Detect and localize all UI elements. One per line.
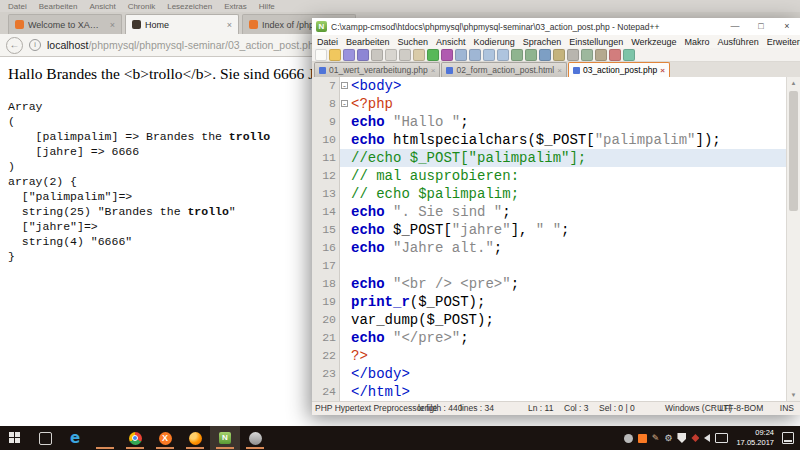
vertical-scrollbar[interactable]: ▲ ▼ xyxy=(786,77,800,401)
browser-menu-datei[interactable]: Datei xyxy=(8,2,27,11)
code-text[interactable]: echo "Jahre alt."; xyxy=(349,239,800,257)
browser-menu-hilfe[interactable]: Hilfe xyxy=(259,2,275,11)
copy-icon[interactable] xyxy=(399,49,411,61)
code-editor[interactable]: 7-<body>8-<?php9echo "Hallo ";10echo htm… xyxy=(312,77,800,401)
new-file-icon[interactable] xyxy=(315,49,327,61)
fold-marker-icon[interactable]: - xyxy=(341,82,348,89)
code-text[interactable]: echo "</pre>"; xyxy=(349,329,800,347)
npp-menu-einstellungen[interactable]: Einstellungen xyxy=(569,37,623,47)
find-icon[interactable] xyxy=(455,49,467,61)
sync-v-icon[interactable] xyxy=(511,49,523,61)
record-macro-icon[interactable] xyxy=(609,49,621,61)
defender-tray-icon[interactable] xyxy=(677,433,686,443)
browser-menu-lesezeichen[interactable]: Lesezeichen xyxy=(167,2,212,11)
npp-menu-werkzeuge[interactable]: Werkzeuge xyxy=(631,37,676,47)
code-text[interactable]: ?> xyxy=(349,347,800,365)
chrome-icon[interactable] xyxy=(120,426,150,450)
code-text[interactable]: <body> xyxy=(349,77,800,95)
print-icon[interactable] xyxy=(371,49,383,61)
sync-h-icon[interactable] xyxy=(525,49,537,61)
editor-tab[interactable]: 02_form_action_post.html× xyxy=(441,62,566,77)
code-text[interactable]: </body> xyxy=(349,365,800,383)
npp-menu-makro[interactable]: Makro xyxy=(685,37,710,47)
code-text[interactable] xyxy=(349,257,800,275)
save-icon[interactable] xyxy=(343,49,355,61)
browser-menu-chronik[interactable]: Chronik xyxy=(128,2,156,11)
npp-menu-ausfhren[interactable]: Ausführen xyxy=(718,37,759,47)
tab-close-icon[interactable]: × xyxy=(227,20,232,30)
browser-tab[interactable]: Home× xyxy=(125,14,239,34)
play-macro-icon[interactable] xyxy=(623,49,635,61)
scroll-up-icon[interactable]: ▲ xyxy=(787,77,800,89)
editor-tab-close-icon[interactable]: × xyxy=(557,66,562,75)
code-text[interactable]: var_dump($_POST); xyxy=(349,311,800,329)
teamviewer-icon[interactable] xyxy=(240,426,270,450)
code-text[interactable]: print_r($_POST); xyxy=(349,293,800,311)
npp-menu-kodierung[interactable]: Kodierung xyxy=(474,37,515,47)
file-explorer-icon[interactable] xyxy=(90,426,120,450)
word-wrap-icon[interactable] xyxy=(539,49,551,61)
pen-tray-icon[interactable]: ✎ xyxy=(652,434,660,443)
editor-tab-close-icon[interactable]: × xyxy=(431,66,436,75)
editor-tab[interactable]: 01_wert_verarbeitung.php× xyxy=(314,62,440,77)
page-info-icon[interactable]: i xyxy=(29,39,41,51)
undo-icon[interactable] xyxy=(427,49,439,61)
tray-app-icon[interactable] xyxy=(624,434,633,443)
close-button[interactable]: × xyxy=(774,18,800,35)
open-folder-icon[interactable] xyxy=(329,49,341,61)
doc-map-icon[interactable] xyxy=(595,49,607,61)
editor-tab[interactable]: 03_action_post.php× xyxy=(568,62,670,77)
cut-icon[interactable] xyxy=(385,49,397,61)
function-list-icon[interactable] xyxy=(581,49,593,61)
xampp-tray-icon[interactable] xyxy=(638,434,647,443)
code-text[interactable]: </html> xyxy=(349,383,800,401)
network-icon[interactable] xyxy=(715,433,728,443)
npp-menu-erweiterungen[interactable]: Erweiterungen xyxy=(767,37,800,47)
taskbar-clock[interactable]: 09:24 17.05.2017 xyxy=(733,428,777,448)
browser-menu-ansicht[interactable]: Ansicht xyxy=(89,2,115,11)
code-text[interactable]: echo ". Sie sind "; xyxy=(349,203,800,221)
paste-icon[interactable] xyxy=(413,49,425,61)
redo-icon[interactable] xyxy=(441,49,453,61)
volume-icon[interactable] xyxy=(704,434,710,442)
npp-menu-sprachen[interactable]: Sprachen xyxy=(523,37,562,47)
code-text[interactable]: // echo $palimpalim; xyxy=(349,185,800,203)
code-text[interactable]: echo htmlspecialchars($_POST["palimpalim… xyxy=(349,131,800,149)
code-text[interactable]: echo "<br /> <pre>"; xyxy=(349,275,800,293)
fold-marker-icon[interactable]: - xyxy=(341,100,348,107)
url-bar[interactable]: localhost/phpmysql/phpmysql-seminar/03_a… xyxy=(47,39,320,51)
code-text[interactable]: echo $_POST["jahre"], " "; xyxy=(349,221,800,239)
red-tray-icon[interactable] xyxy=(691,434,699,442)
edge-icon[interactable]: e xyxy=(60,426,90,450)
tab-close-icon[interactable]: × xyxy=(110,20,115,30)
task-view-button[interactable] xyxy=(30,426,60,450)
firefox-icon[interactable] xyxy=(180,426,210,450)
npp-menu-ansicht[interactable]: Ansicht xyxy=(436,37,466,47)
notepadpp-titlebar[interactable]: N C:\xampp-cmsod\htdocs\phpmysql\phpmysq… xyxy=(312,18,800,35)
action-center-icon[interactable] xyxy=(782,432,794,444)
back-button[interactable]: ← xyxy=(6,37,23,54)
browser-menu-bearbeiten[interactable]: Bearbeiten xyxy=(39,2,78,11)
start-button[interactable] xyxy=(0,426,30,450)
code-text[interactable]: echo "Hallo "; xyxy=(349,113,800,131)
npp-menu-bearbeiten[interactable]: Bearbeiten xyxy=(346,37,390,47)
editor-tab-close-icon[interactable]: × xyxy=(660,66,665,75)
npp-menu-datei[interactable]: Datei xyxy=(317,37,338,47)
settings-tray-icon[interactable]: ⚙ xyxy=(664,434,672,443)
zoom-out-icon[interactable] xyxy=(497,49,509,61)
code-text[interactable]: <?php xyxy=(349,95,800,113)
browser-menu-extras[interactable]: Extras xyxy=(224,2,247,11)
show-symbols-icon[interactable] xyxy=(553,49,565,61)
indent-guide-icon[interactable] xyxy=(567,49,579,61)
scrollbar-thumb[interactable] xyxy=(789,91,798,211)
minimize-button[interactable]: — xyxy=(722,18,748,35)
scroll-down-icon[interactable]: ▼ xyxy=(787,389,800,401)
save-all-icon[interactable] xyxy=(357,49,369,61)
replace-icon[interactable] xyxy=(469,49,481,61)
notepadpp-icon[interactable]: N xyxy=(210,426,240,450)
code-text[interactable]: //echo $_POST["palimpalim"]; xyxy=(349,149,800,167)
code-text[interactable]: // mal ausprobieren: xyxy=(349,167,800,185)
npp-menu-suchen[interactable]: Suchen xyxy=(398,37,429,47)
maximize-button[interactable]: □ xyxy=(748,18,774,35)
zoom-in-icon[interactable] xyxy=(483,49,495,61)
